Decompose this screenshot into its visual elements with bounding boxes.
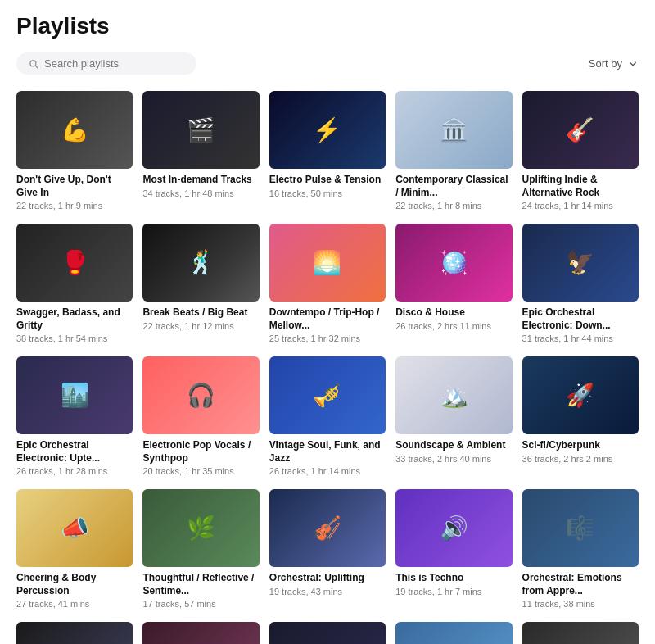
- playlist-card[interactable]: 🏙️Epic Orchestral Electronic: Upte...26 …: [16, 356, 133, 476]
- playlist-name: Electro Pulse & Tension: [269, 174, 386, 187]
- playlist-name: Soundscape & Ambient: [395, 439, 512, 452]
- playlist-thumbnail-image: 🪩: [395, 224, 512, 302]
- playlist-card[interactable]: 🎸Uplifting Indie & Alternative Rock24 tr…: [522, 91, 639, 211]
- playlist-card[interactable]: 🌃Synthwave & Dark Electro21 tracks, 1 hr…: [142, 622, 259, 644]
- playlist-meta: 26 tracks, 2 hrs 11 mins: [395, 321, 512, 331]
- playlist-thumbnail-image: 🎻: [269, 489, 386, 567]
- playlist-card[interactable]: 🎹Piano-Driven: No Beat / Downbeat14 trac…: [16, 622, 133, 644]
- playlist-card[interactable]: 🎼Orchestral: Emotions from Appre...11 tr…: [522, 489, 639, 609]
- playlist-name: Uplifting Indie & Alternative Rock: [522, 174, 639, 199]
- playlist-name: Downtempo / Trip-Hop / Mellow...: [269, 306, 386, 332]
- playlist-thumbnail-image: 🌅: [269, 224, 386, 302]
- playlist-name: Swagger, Badass, and Gritty: [16, 306, 133, 332]
- search-input[interactable]: [44, 57, 185, 70]
- playlist-meta: 36 tracks, 2 hrs 2 mins: [522, 454, 639, 464]
- playlist-thumbnail-image: ⚡: [269, 91, 386, 169]
- playlist-card[interactable]: 🚀Sci-fi/Cyberpunk36 tracks, 2 hrs 2 mins: [522, 356, 639, 476]
- playlist-card[interactable]: 🏔️Soundscape & Ambient33 tracks, 2 hrs 4…: [395, 356, 512, 476]
- playlist-thumbnail-image: 🎷: [522, 622, 639, 644]
- playlist-meta: 17 tracks, 57 mins: [142, 599, 259, 609]
- playlist-thumbnail: 🪩: [395, 224, 512, 302]
- playlist-thumbnail: 🌅: [269, 224, 386, 302]
- playlist-meta: 24 tracks, 1 hr 14 mins: [522, 201, 639, 211]
- playlist-meta: 26 tracks, 1 hr 28 mins: [16, 466, 133, 476]
- playlist-card[interactable]: 🎺Vintage Soul, Funk, and Jazz26 tracks, …: [269, 356, 386, 476]
- playlist-name: Electronic Pop Vocals / Synthpop: [142, 439, 259, 465]
- playlist-thumbnail: 🎧: [142, 356, 259, 434]
- playlist-card[interactable]: 🪩Disco & House26 tracks, 2 hrs 11 mins: [395, 224, 512, 343]
- playlist-thumbnail-image: 🏔️: [395, 356, 512, 434]
- playlist-thumbnail-image: 🎺: [269, 356, 386, 434]
- playlist-name: Disco & House: [395, 306, 512, 320]
- playlist-thumbnail: 🎷: [522, 622, 639, 644]
- chevron-down-icon: [627, 58, 639, 70]
- playlist-card[interactable]: 🔊This is Techno19 tracks, 1 hr 7 mins: [395, 489, 512, 609]
- playlist-thumbnail: 🎹: [16, 622, 133, 644]
- playlist-card[interactable]: ⚡Electro Pulse & Tension16 tracks, 50 mi…: [269, 91, 386, 211]
- sort-by-button[interactable]: Sort by: [589, 57, 639, 70]
- playlist-thumbnail-image: 🚀: [522, 356, 639, 434]
- playlist-name: Orchestral: Uplifting: [269, 572, 386, 585]
- playlist-name: Sci-fi/Cyberpunk: [522, 439, 639, 452]
- playlist-name: Vintage Soul, Funk, and Jazz: [269, 439, 386, 465]
- playlist-card[interactable]: 📣Cheering & Body Percussion27 tracks, 41…: [16, 489, 133, 609]
- playlist-meta: 19 tracks, 1 hr 7 mins: [395, 587, 512, 596]
- playlist-card[interactable]: 🎻Orchestral: Uplifting19 tracks, 43 mins: [269, 489, 386, 609]
- playlist-meta: 25 tracks, 1 hr 32 mins: [269, 333, 386, 343]
- playlist-thumbnail-image: 🎧: [142, 356, 259, 434]
- playlist-thumbnail: 🌃: [142, 622, 259, 644]
- playlist-name: Cheering & Body Percussion: [16, 572, 133, 597]
- playlist-name: Most In-demand Tracks: [142, 174, 259, 187]
- toolbar: Sort by: [16, 52, 639, 75]
- playlist-card[interactable]: 🎷Electronic Jazz Funk / Synth Boo...27 t…: [522, 622, 639, 644]
- playlist-meta: 31 tracks, 1 hr 44 mins: [522, 333, 639, 343]
- playlist-name: Epic Orchestral Electronic: Down...: [522, 306, 639, 332]
- sort-label: Sort by: [589, 57, 622, 70]
- playlist-name: Contemporary Classical / Minim...: [395, 174, 512, 199]
- playlist-thumbnail: ⚔️: [269, 622, 386, 644]
- playlist-card[interactable]: 🎧Electronic Pop Vocals / Synthpop20 trac…: [142, 356, 259, 476]
- playlist-meta: 22 tracks, 1 hr 12 mins: [142, 321, 259, 331]
- playlist-thumbnail-image: 🥁: [395, 622, 512, 644]
- playlist-thumbnail-image: 🔊: [395, 489, 512, 567]
- playlist-card[interactable]: 🥁Epic Percussion20 tracks, 34 mins: [395, 622, 512, 644]
- playlist-thumbnail-image: 🌿: [142, 489, 259, 567]
- playlist-card[interactable]: 🌿Thoughtful / Reflective / Sentime...17 …: [142, 489, 259, 609]
- playlist-thumbnail-image: 💪: [16, 91, 133, 169]
- playlist-card[interactable]: 🎬Most In-demand Tracks34 tracks, 1 hr 48…: [142, 91, 259, 211]
- playlist-card[interactable]: 🥊Swagger, Badass, and Gritty38 tracks, 1…: [16, 224, 133, 343]
- playlist-meta: 22 tracks, 1 hr 9 mins: [16, 201, 133, 211]
- playlist-thumbnail: 🥁: [395, 622, 512, 644]
- playlist-thumbnail: 🎻: [269, 489, 386, 567]
- playlist-thumbnail-image: 🦅: [522, 224, 639, 302]
- playlist-name: Epic Orchestral Electronic: Upte...: [16, 439, 133, 465]
- playlist-thumbnail: 🏔️: [395, 356, 512, 434]
- playlist-thumbnail-image: 🎼: [522, 489, 639, 567]
- playlist-card[interactable]: ⚔️Japan: Dramatic Grooves6 tracks, 11 mi…: [269, 622, 386, 644]
- playlist-thumbnail: 🕺: [142, 224, 259, 302]
- page-title: Playlists: [16, 13, 639, 39]
- playlist-meta: 11 tracks, 38 mins: [522, 599, 639, 609]
- playlist-thumbnail: 🎸: [522, 91, 639, 169]
- playlists-grid: 💪Don't Give Up, Don't Give In22 tracks, …: [16, 91, 639, 644]
- playlist-card[interactable]: 🏛️Contemporary Classical / Minim...22 tr…: [395, 91, 512, 211]
- playlist-card[interactable]: 🦅Epic Orchestral Electronic: Down...31 t…: [522, 224, 639, 343]
- playlist-card[interactable]: 🌅Downtempo / Trip-Hop / Mellow...25 trac…: [269, 224, 386, 343]
- playlist-name: Thoughtful / Reflective / Sentime...: [142, 572, 259, 597]
- playlist-meta: 22 tracks, 1 hr 8 mins: [395, 201, 512, 211]
- playlist-thumbnail: 🌿: [142, 489, 259, 567]
- playlist-name: Don't Give Up, Don't Give In: [16, 174, 133, 199]
- playlist-thumbnail: 🏛️: [395, 91, 512, 169]
- playlist-meta: 26 tracks, 1 hr 14 mins: [269, 466, 386, 476]
- playlist-thumbnail-image: 🏙️: [16, 356, 133, 434]
- playlist-thumbnail: 💪: [16, 91, 133, 169]
- playlist-thumbnail: 🎺: [269, 356, 386, 434]
- playlist-card[interactable]: 🕺Break Beats / Big Beat22 tracks, 1 hr 1…: [142, 224, 259, 343]
- playlist-thumbnail: 🎬: [142, 91, 259, 169]
- playlist-name: This is Techno: [395, 572, 512, 585]
- playlist-name: Orchestral: Emotions from Appre...: [522, 572, 639, 597]
- playlist-card[interactable]: 💪Don't Give Up, Don't Give In22 tracks, …: [16, 91, 133, 211]
- playlist-meta: 16 tracks, 50 mins: [269, 188, 386, 198]
- playlist-meta: 34 tracks, 1 hr 48 mins: [142, 188, 259, 198]
- search-container[interactable]: [16, 52, 196, 75]
